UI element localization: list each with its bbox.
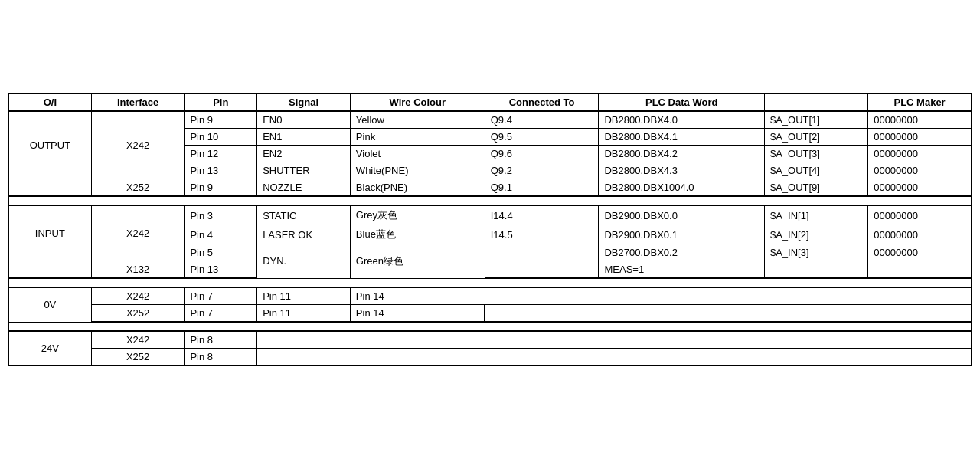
input-row-1: INPUT X242 Pin 3 STATIC Grey灰色 I14.4 DB2… xyxy=(8,205,972,225)
ov-pin1-2: Pin 7 xyxy=(185,305,257,323)
input-pdw-3: DB2700.DBX0.2 xyxy=(599,244,764,261)
output-signal-5: NOZZLE xyxy=(257,179,351,197)
header-interface: Interface xyxy=(91,93,185,111)
header-connected-to: Connected To xyxy=(485,93,599,111)
header-signal: Signal xyxy=(257,93,351,111)
output-pin-2: Pin 10 xyxy=(185,129,257,146)
output-c8-2: $A_OUT[2] xyxy=(764,129,867,146)
header-pin: Pin xyxy=(185,93,257,111)
input-pin-4: Pin 13 xyxy=(185,261,257,279)
ov-empty-1a xyxy=(485,287,972,305)
input-oi-4 xyxy=(8,261,91,279)
input-pdw-1: DB2900.DBX0.0 xyxy=(599,205,764,225)
output-pm-3: 00000000 xyxy=(868,146,972,162)
input-pdw-4: MEAS=1 xyxy=(599,261,764,279)
output-c8-4: $A_OUT[4] xyxy=(764,162,867,179)
output-ct-1: Q9.4 xyxy=(485,111,599,129)
ov-pin3-2: Pin 14 xyxy=(350,305,485,323)
output-interface-x252: X252 xyxy=(91,179,185,197)
output-label: OUTPUT xyxy=(8,111,91,179)
input-wire-1: Grey灰色 xyxy=(350,205,485,225)
ov-empty-2a xyxy=(485,305,972,323)
input-ct-1: I14.4 xyxy=(485,205,599,225)
output-row-1: OUTPUT X242 Pin 9 EN0 Yellow Q9.4 DB2800… xyxy=(8,111,972,129)
v24-label: 24V xyxy=(8,331,91,366)
ov-interface-2: X252 xyxy=(91,305,185,323)
ov-row-1: 0V X242 Pin 7 Pin 11 Pin 14 xyxy=(8,287,972,305)
output-ct-2: Q9.5 xyxy=(485,129,599,146)
output-ct-3: Q9.6 xyxy=(485,146,599,162)
output-signal-3: EN2 xyxy=(257,146,351,162)
spacer-row-3 xyxy=(8,322,972,331)
input-signal-1: STATIC xyxy=(257,205,351,225)
v24-empty-2a xyxy=(257,349,972,366)
ov-pin2-2: Pin 11 xyxy=(257,305,351,323)
input-c8-2: $A_IN[2] xyxy=(764,225,867,244)
input-label: INPUT xyxy=(8,205,91,261)
v24-row-2: X252 Pin 8 xyxy=(8,349,972,366)
output-ct-5: Q9.1 xyxy=(485,179,599,197)
ov-interface-1: X242 xyxy=(91,287,185,305)
header-plc-data-word: PLC Data Word xyxy=(599,93,764,111)
ov-pin2-1: Pin 11 xyxy=(257,287,351,305)
output-wire-2: Pink xyxy=(350,129,485,146)
main-table: O/I Interface Pin Signal Wire Colour Con… xyxy=(8,93,972,366)
v24-pin-2: Pin 8 xyxy=(185,349,257,366)
output-pdw-2: DB2800.DBX4.1 xyxy=(599,129,764,146)
output-pin-1: Pin 9 xyxy=(185,111,257,129)
input-pin-2: Pin 4 xyxy=(185,225,257,244)
output-c8-3: $A_OUT[3] xyxy=(764,146,867,162)
header-col8 xyxy=(764,93,867,111)
output-wire-3: Violet xyxy=(350,146,485,162)
output-pdw-1: DB2800.DBX4.0 xyxy=(599,111,764,129)
output-pin-5: Pin 9 xyxy=(185,179,257,197)
output-row-5: X252 Pin 9 NOZZLE Black(PNE) Q9.1 DB2800… xyxy=(8,179,972,197)
input-interface-x242: X242 xyxy=(91,205,185,261)
output-pm-1: 00000000 xyxy=(868,111,972,129)
output-pdw-4: DB2800.DBX4.3 xyxy=(599,162,764,179)
ov-label: 0V xyxy=(8,287,91,322)
input-interface-x132: X132 xyxy=(91,261,185,279)
output-pin-4: Pin 13 xyxy=(185,162,257,179)
header-oi: O/I xyxy=(8,93,91,111)
output-pdw-3: DB2800.DBX4.2 xyxy=(599,146,764,162)
input-pm-4 xyxy=(868,261,972,279)
input-c8-1: $A_IN[1] xyxy=(764,205,867,225)
ov-row-2: X252 Pin 7 Pin 11 Pin 14 xyxy=(8,305,972,323)
output-signal-2: EN1 xyxy=(257,129,351,146)
v24-pin-1: Pin 8 xyxy=(185,331,257,349)
input-pm-3: 00000000 xyxy=(868,244,972,261)
ov-pin3-1: Pin 14 xyxy=(350,287,485,305)
header-wire-colour: Wire Colour xyxy=(350,93,485,111)
output-c8-1: $A_OUT[1] xyxy=(764,111,867,129)
input-pm-2: 00000000 xyxy=(868,225,972,244)
output-wire-4: White(PNE) xyxy=(350,162,485,179)
v24-row-1: 24V X242 Pin 8 xyxy=(8,331,972,349)
output-signal-1: EN0 xyxy=(257,111,351,129)
input-signal-dyn: DYN. xyxy=(257,244,351,279)
output-pdw-5: DB2800.DBX1004.0 xyxy=(599,179,764,197)
output-oi-5 xyxy=(8,179,91,197)
input-wire-2: Blue蓝色 xyxy=(350,225,485,244)
ov-pin1-1: Pin 7 xyxy=(185,287,257,305)
input-row-4: X132 Pin 13 MEAS=1 xyxy=(8,261,972,279)
output-pm-5: 00000000 xyxy=(868,179,972,197)
output-ct-4: Q9.2 xyxy=(485,162,599,179)
input-c8-4 xyxy=(764,261,867,279)
v24-interface-1: X242 xyxy=(91,331,185,349)
output-wire-1: Yellow xyxy=(350,111,485,129)
output-interface-x242: X242 xyxy=(91,111,185,179)
output-pin-3: Pin 12 xyxy=(185,146,257,162)
input-pin-1: Pin 3 xyxy=(185,205,257,225)
input-signal-2: LASER OK xyxy=(257,225,351,244)
output-pm-2: 00000000 xyxy=(868,129,972,146)
input-ct-2: I14.5 xyxy=(485,225,599,244)
input-ct-4 xyxy=(485,261,599,279)
header-plc-maker: PLC Maker xyxy=(868,93,972,111)
input-ct-3 xyxy=(485,244,599,261)
output-signal-4: SHUTTER xyxy=(257,162,351,179)
input-wire-3: Green绿色 xyxy=(350,244,485,279)
output-wire-5: Black(PNE) xyxy=(350,179,485,197)
spacer-row-2 xyxy=(8,278,972,287)
output-pm-4: 00000000 xyxy=(868,162,972,179)
